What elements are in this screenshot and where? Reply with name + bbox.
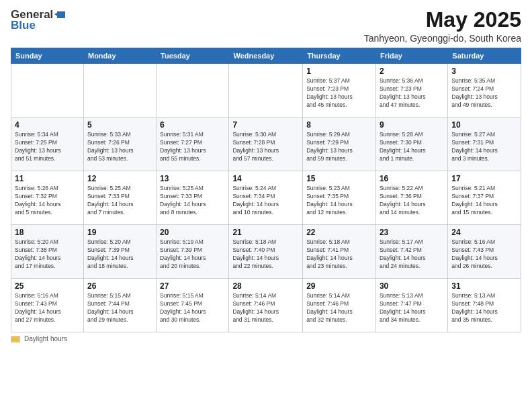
day-number: 14 xyxy=(232,174,299,183)
calendar-cell: 7Sunrise: 5:30 AM Sunset: 7:28 PM Daylig… xyxy=(229,118,303,171)
day-info: Sunrise: 5:22 AM Sunset: 7:36 PM Dayligh… xyxy=(380,185,444,217)
page: General Blue May 2025 Tanhyeon, Gyeonggi… xyxy=(0,0,532,411)
day-info: Sunrise: 5:16 AM Sunset: 7:43 PM Dayligh… xyxy=(15,292,80,324)
calendar-cell: 24Sunrise: 5:16 AM Sunset: 7:43 PM Dayli… xyxy=(448,225,521,279)
day-info: Sunrise: 5:14 AM Sunset: 7:46 PM Dayligh… xyxy=(232,292,299,324)
col-friday: Friday xyxy=(375,48,447,64)
day-info: Sunrise: 5:14 AM Sunset: 7:46 PM Dayligh… xyxy=(306,292,372,324)
day-info: Sunrise: 5:18 AM Sunset: 7:41 PM Dayligh… xyxy=(306,238,372,271)
calendar-body: 1Sunrise: 5:37 AM Sunset: 7:23 PM Daylig… xyxy=(11,64,521,332)
col-sunday: Sunday xyxy=(11,48,84,64)
calendar-cell: 15Sunrise: 5:23 AM Sunset: 7:35 PM Dayli… xyxy=(303,171,376,225)
day-info: Sunrise: 5:30 AM Sunset: 7:28 PM Dayligh… xyxy=(232,131,299,163)
calendar-cell xyxy=(11,64,84,118)
day-info: Sunrise: 5:13 AM Sunset: 7:47 PM Dayligh… xyxy=(380,292,444,324)
day-number: 3 xyxy=(451,66,517,76)
day-number: 8 xyxy=(306,120,372,130)
subtitle: Tanhyeon, Gyeonggi-do, South Korea xyxy=(364,33,521,44)
day-number: 19 xyxy=(87,228,152,237)
day-info: Sunrise: 5:25 AM Sunset: 7:33 PM Dayligh… xyxy=(87,185,152,217)
calendar-cell: 6Sunrise: 5:31 AM Sunset: 7:27 PM Daylig… xyxy=(157,118,229,171)
day-info: Sunrise: 5:31 AM Sunset: 7:27 PM Dayligh… xyxy=(160,131,225,163)
calendar-cell: 27Sunrise: 5:15 AM Sunset: 7:45 PM Dayli… xyxy=(157,279,229,332)
day-info: Sunrise: 5:15 AM Sunset: 7:45 PM Dayligh… xyxy=(160,292,225,324)
day-info: Sunrise: 5:17 AM Sunset: 7:42 PM Dayligh… xyxy=(380,238,444,271)
day-number: 2 xyxy=(380,66,444,76)
calendar-cell: 3Sunrise: 5:35 AM Sunset: 7:24 PM Daylig… xyxy=(448,64,521,118)
day-number: 9 xyxy=(380,120,444,130)
day-number: 1 xyxy=(306,66,372,76)
day-info: Sunrise: 5:28 AM Sunset: 7:30 PM Dayligh… xyxy=(380,131,444,163)
day-number: 12 xyxy=(87,174,152,183)
calendar-week-2: 11Sunrise: 5:26 AM Sunset: 7:32 PM Dayli… xyxy=(11,171,521,225)
header: General Blue May 2025 Tanhyeon, Gyeonggi… xyxy=(11,8,521,44)
day-info: Sunrise: 5:34 AM Sunset: 7:25 PM Dayligh… xyxy=(15,131,80,163)
calendar-cell: 22Sunrise: 5:18 AM Sunset: 7:41 PM Dayli… xyxy=(303,225,376,279)
calendar-week-1: 4Sunrise: 5:34 AM Sunset: 7:25 PM Daylig… xyxy=(11,118,521,171)
day-info: Sunrise: 5:35 AM Sunset: 7:24 PM Dayligh… xyxy=(451,77,517,109)
calendar-cell: 12Sunrise: 5:25 AM Sunset: 7:33 PM Dayli… xyxy=(83,171,156,225)
day-info: Sunrise: 5:33 AM Sunset: 7:26 PM Dayligh… xyxy=(87,131,152,163)
calendar-cell: 4Sunrise: 5:34 AM Sunset: 7:25 PM Daylig… xyxy=(11,118,84,171)
day-number: 25 xyxy=(15,281,80,291)
day-number: 27 xyxy=(160,281,225,291)
calendar-cell: 30Sunrise: 5:13 AM Sunset: 7:47 PM Dayli… xyxy=(375,279,447,332)
day-number: 31 xyxy=(451,281,517,291)
calendar-cell: 2Sunrise: 5:36 AM Sunset: 7:23 PM Daylig… xyxy=(375,64,447,118)
calendar-week-0: 1Sunrise: 5:37 AM Sunset: 7:23 PM Daylig… xyxy=(11,64,521,118)
day-number: 10 xyxy=(451,120,517,130)
calendar-cell: 13Sunrise: 5:25 AM Sunset: 7:33 PM Dayli… xyxy=(157,171,229,225)
day-number: 28 xyxy=(232,281,299,291)
day-number: 20 xyxy=(160,228,225,237)
calendar-cell: 18Sunrise: 5:20 AM Sunset: 7:38 PM Dayli… xyxy=(11,225,84,279)
col-monday: Monday xyxy=(83,48,156,64)
day-number: 26 xyxy=(87,281,152,291)
calendar-cell: 1Sunrise: 5:37 AM Sunset: 7:23 PM Daylig… xyxy=(303,64,376,118)
calendar-cell xyxy=(229,64,303,118)
calendar-cell: 28Sunrise: 5:14 AM Sunset: 7:46 PM Dayli… xyxy=(229,279,303,332)
day-info: Sunrise: 5:13 AM Sunset: 7:48 PM Dayligh… xyxy=(451,292,517,324)
calendar-cell: 29Sunrise: 5:14 AM Sunset: 7:46 PM Dayli… xyxy=(303,279,376,332)
calendar-cell: 8Sunrise: 5:29 AM Sunset: 7:29 PM Daylig… xyxy=(303,118,376,171)
day-info: Sunrise: 5:21 AM Sunset: 7:37 PM Dayligh… xyxy=(451,185,517,217)
day-number: 17 xyxy=(451,174,517,183)
calendar-cell: 26Sunrise: 5:15 AM Sunset: 7:44 PM Dayli… xyxy=(83,279,156,332)
day-info: Sunrise: 5:26 AM Sunset: 7:32 PM Dayligh… xyxy=(15,185,80,217)
day-info: Sunrise: 5:24 AM Sunset: 7:34 PM Dayligh… xyxy=(232,185,299,217)
day-info: Sunrise: 5:19 AM Sunset: 7:39 PM Dayligh… xyxy=(160,238,225,271)
day-number: 13 xyxy=(160,174,225,183)
day-number: 21 xyxy=(232,228,299,237)
calendar-cell: 16Sunrise: 5:22 AM Sunset: 7:36 PM Dayli… xyxy=(375,171,447,225)
title-area: May 2025 Tanhyeon, Gyeonggi-do, South Ko… xyxy=(364,8,521,44)
daylight-box-icon xyxy=(11,336,20,342)
day-number: 4 xyxy=(15,120,80,130)
day-info: Sunrise: 5:18 AM Sunset: 7:40 PM Dayligh… xyxy=(232,238,299,271)
footer-note: Daylight hours xyxy=(11,335,521,342)
day-info: Sunrise: 5:37 AM Sunset: 7:23 PM Dayligh… xyxy=(306,77,372,109)
day-number: 29 xyxy=(306,281,372,291)
day-info: Sunrise: 5:20 AM Sunset: 7:39 PM Dayligh… xyxy=(87,238,152,271)
calendar-cell: 20Sunrise: 5:19 AM Sunset: 7:39 PM Dayli… xyxy=(157,225,229,279)
day-info: Sunrise: 5:15 AM Sunset: 7:44 PM Dayligh… xyxy=(87,292,152,324)
day-info: Sunrise: 5:20 AM Sunset: 7:38 PM Dayligh… xyxy=(15,238,80,271)
calendar-cell xyxy=(157,64,229,118)
day-number: 15 xyxy=(306,174,372,183)
day-number: 6 xyxy=(160,120,225,130)
day-number: 18 xyxy=(15,228,80,237)
calendar-cell: 9Sunrise: 5:28 AM Sunset: 7:30 PM Daylig… xyxy=(375,118,447,171)
logo-blue: Blue xyxy=(11,19,36,32)
col-thursday: Thursday xyxy=(303,48,376,64)
day-info: Sunrise: 5:23 AM Sunset: 7:35 PM Dayligh… xyxy=(306,185,372,217)
main-title: May 2025 xyxy=(364,8,521,32)
col-tuesday: Tuesday xyxy=(157,48,229,64)
calendar-week-3: 18Sunrise: 5:20 AM Sunset: 7:38 PM Dayli… xyxy=(11,225,521,279)
day-info: Sunrise: 5:16 AM Sunset: 7:43 PM Dayligh… xyxy=(451,238,517,271)
calendar-cell: 5Sunrise: 5:33 AM Sunset: 7:26 PM Daylig… xyxy=(83,118,156,171)
day-number: 24 xyxy=(451,228,517,237)
calendar-cell: 17Sunrise: 5:21 AM Sunset: 7:37 PM Dayli… xyxy=(448,171,521,225)
calendar-cell: 11Sunrise: 5:26 AM Sunset: 7:32 PM Dayli… xyxy=(11,171,84,225)
day-info: Sunrise: 5:25 AM Sunset: 7:33 PM Dayligh… xyxy=(160,185,225,217)
day-number: 11 xyxy=(15,174,80,183)
calendar-cell: 10Sunrise: 5:27 AM Sunset: 7:31 PM Dayli… xyxy=(448,118,521,171)
daylight-label: Daylight hours xyxy=(24,335,67,342)
